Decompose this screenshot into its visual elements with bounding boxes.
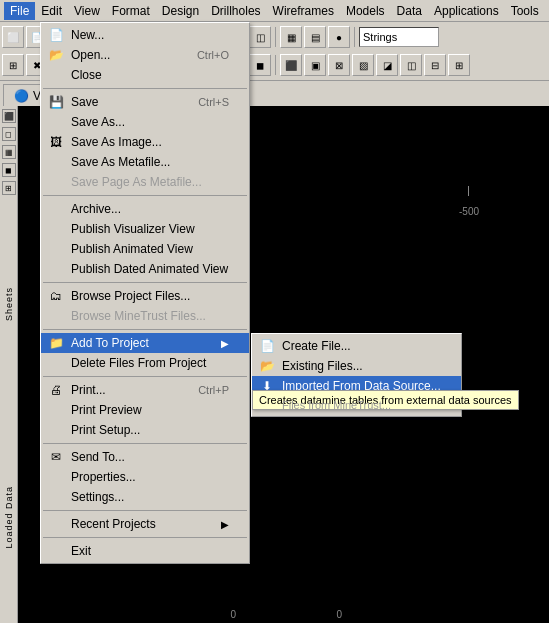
menu-close[interactable]: Close (41, 65, 249, 85)
menu-view[interactable]: View (68, 2, 106, 20)
separator-2 (275, 27, 276, 47)
menu-tools[interactable]: Tools (505, 2, 545, 20)
menu-new[interactable]: 📄 New... (41, 25, 249, 45)
menu-save-page-meta: Save Page As Metafile... (41, 172, 249, 192)
menu-new-label: New... (71, 28, 104, 42)
toolbar-r2-11[interactable]: ◼ (249, 54, 271, 76)
menu-applications[interactable]: Applications (428, 2, 505, 20)
menu-drillholes[interactable]: Drillholes (205, 2, 266, 20)
toolbar-r2-14[interactable]: ⊠ (328, 54, 350, 76)
menu-data[interactable]: Data (391, 2, 428, 20)
toolbar-r2-12[interactable]: ⬛ (280, 54, 302, 76)
recent-submenu-arrow: ▶ (221, 519, 229, 530)
toolbar-r2-15[interactable]: ▨ (352, 54, 374, 76)
menu-add-label: Add To Project (71, 336, 149, 350)
menu-design[interactable]: Design (156, 2, 205, 20)
sep-2 (43, 195, 247, 196)
menu-publish-vis-label: Publish Visualizer View (71, 222, 195, 236)
menu-delete-files[interactable]: Delete Files From Project (41, 353, 249, 373)
toolbar-r2-16[interactable]: ◪ (376, 54, 398, 76)
menu-edit[interactable]: Edit (35, 2, 68, 20)
print-icon: 🖨 (47, 382, 65, 398)
toolbar-btn-1[interactable]: ⬜ (2, 26, 24, 48)
menu-open-shortcut: Ctrl+O (197, 49, 229, 61)
add-icon: 📁 (47, 335, 65, 351)
toolbar-btn-10[interactable]: ◫ (249, 26, 271, 48)
toolbar-r2-13[interactable]: ▣ (304, 54, 326, 76)
visualizer-icon: 🔵 (14, 89, 29, 103)
menu-save-page-meta-label: Save Page As Metafile... (71, 175, 202, 189)
save-icon: 💾 (47, 94, 65, 110)
menu-archive[interactable]: Archive... (41, 199, 249, 219)
toolbar-btn-13[interactable]: ● (328, 26, 350, 48)
toolbar-btn-12[interactable]: ▤ (304, 26, 326, 48)
menu-archive-label: Archive... (71, 202, 121, 216)
menu-file[interactable]: File (4, 2, 35, 20)
sheets-label: Sheets (4, 287, 14, 321)
menu-save-as[interactable]: Save As... (41, 112, 249, 132)
menu-save-meta-label: Save As Metafile... (71, 155, 170, 169)
submenu-existing-files[interactable]: 📂 Existing Files... (252, 356, 461, 376)
sep-4 (43, 329, 247, 330)
sidebar-icon-2[interactable]: ◻ (2, 127, 16, 141)
sidebar-icon-5[interactable]: ⊞ (2, 181, 16, 195)
menu-send-label: Send To... (71, 450, 125, 464)
menu-open-label: Open... (71, 48, 110, 62)
menu-save-shortcut: Ctrl+S (198, 96, 229, 108)
menu-add-to-project[interactable]: 📁 Add To Project ▶ 📄 Create File... 📂 Ex… (41, 333, 249, 353)
sidebar-icon-1[interactable]: ⬛ (2, 109, 16, 123)
sidebar-icon-3[interactable]: ▦ (2, 145, 16, 159)
separator-5 (275, 55, 276, 75)
menu-models[interactable]: Models (340, 2, 391, 20)
toolbar-btn-11[interactable]: ▦ (280, 26, 302, 48)
menu-settings[interactable]: Settings... (41, 487, 249, 507)
menu-print-preview[interactable]: Print Preview (41, 400, 249, 420)
menu-save-image-label: Save As Image... (71, 135, 162, 149)
menu-browse-minetrust: Browse MineTrust Files... (41, 306, 249, 326)
menu-recent-label: Recent Projects (71, 517, 156, 531)
menu-save-as-label: Save As... (71, 115, 125, 129)
sidebar-icon-4[interactable]: ◼ (2, 163, 16, 177)
menu-browse-project[interactable]: 🗂 Browse Project Files... (41, 286, 249, 306)
menu-settings-label: Settings... (71, 490, 124, 504)
toolbar-r2-17[interactable]: ◫ (400, 54, 422, 76)
toolbar-r2-18[interactable]: ⊟ (424, 54, 446, 76)
menu-save-meta[interactable]: Save As Metafile... (41, 152, 249, 172)
browse-icon: 🗂 (47, 288, 65, 304)
menu-print[interactable]: 🖨 Print... Ctrl+P (41, 380, 249, 400)
menu-recent-projects[interactable]: Recent Projects ▶ (41, 514, 249, 534)
left-sidebar: ⬛ ◻ ▦ ◼ ⊞ Sheets Loaded Data (0, 106, 18, 623)
menu-save[interactable]: 💾 Save Ctrl+S (41, 92, 249, 112)
send-icon: ✉ (47, 449, 65, 465)
menu-print-setup[interactable]: Print Setup... (41, 420, 249, 440)
tick-2 (468, 186, 469, 196)
add-to-project-submenu: 📄 Create File... 📂 Existing Files... ⬇ I… (251, 333, 462, 417)
sep-6 (43, 443, 247, 444)
menubar: File Edit View Format Design Drillholes … (0, 0, 549, 22)
menu-open[interactable]: 📂 Open... Ctrl+O (41, 45, 249, 65)
create-file-icon: 📄 (258, 338, 276, 354)
strings-input[interactable] (359, 27, 439, 47)
menu-format[interactable]: Format (106, 2, 156, 20)
new-icon: 📄 (47, 27, 65, 43)
open-folder-icon: 📂 (47, 47, 65, 63)
menu-print-preview-label: Print Preview (71, 403, 142, 417)
submenu-create-file[interactable]: 📄 Create File... (252, 336, 461, 356)
image-icon: 🖼 (47, 134, 65, 150)
file-menu: 📄 New... 📂 Open... Ctrl+O Close 💾 Save C… (40, 22, 250, 564)
menu-exit[interactable]: Exit (41, 541, 249, 561)
canvas-label-bottom-2: 0 (337, 609, 343, 620)
submenu-files-minetrust-label: Files from MineTrust... (282, 399, 391, 411)
existing-files-icon: 📂 (258, 358, 276, 374)
menu-wireframes[interactable]: Wireframes (267, 2, 340, 20)
menu-save-image[interactable]: 🖼 Save As Image... (41, 132, 249, 152)
toolbar-r2-19[interactable]: ⊞ (448, 54, 470, 76)
menu-browse-minetrust-label: Browse MineTrust Files... (71, 309, 206, 323)
canvas-label-500: -500 (459, 206, 479, 217)
menu-send-to[interactable]: ✉ Send To... (41, 447, 249, 467)
toolbar-r2-1[interactable]: ⊞ (2, 54, 24, 76)
menu-publish-anim[interactable]: Publish Animated View (41, 239, 249, 259)
menu-publish-vis[interactable]: Publish Visualizer View (41, 219, 249, 239)
menu-publish-dated[interactable]: Publish Dated Animated View (41, 259, 249, 279)
menu-properties[interactable]: Properties... (41, 467, 249, 487)
